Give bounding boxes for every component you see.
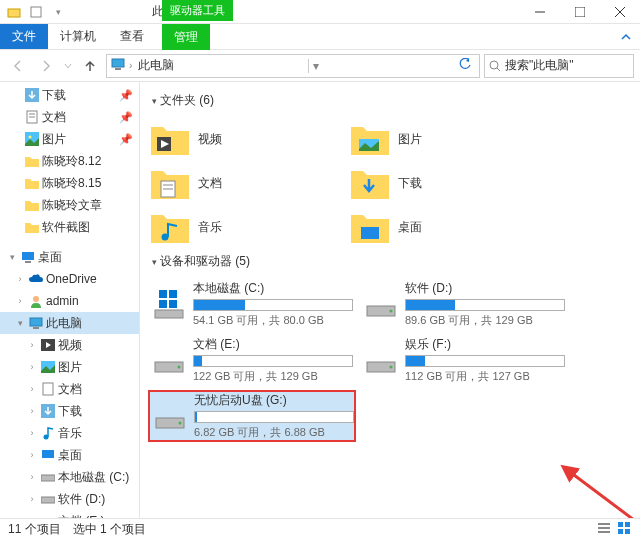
folder-item-music[interactable]: 音乐 [148, 205, 348, 249]
tab-manage[interactable]: 管理 [162, 24, 210, 50]
drive-item-e[interactable]: 文档 (E:)122 GB 可用，共 129 GB [148, 334, 356, 386]
svg-rect-54 [598, 527, 610, 529]
annotation-arrow [560, 462, 640, 518]
svg-rect-16 [22, 252, 34, 260]
sidebar-item-videos[interactable]: ›视频 [0, 334, 139, 356]
chevron-right-icon[interactable]: › [26, 340, 38, 350]
folder-icon [24, 197, 40, 213]
folder-item-videos[interactable]: 视频 [148, 117, 348, 161]
address-dropdown[interactable]: ▾ [308, 59, 323, 73]
sidebar-item-drive-d[interactable]: ›软件 (D:) [0, 488, 139, 510]
properties-icon[interactable] [28, 4, 44, 20]
chevron-down-icon[interactable]: ▾ [6, 252, 18, 262]
group-header-drives[interactable]: ▾设备和驱动器 (5) [148, 253, 632, 270]
sidebar-item-onedrive[interactable]: ›OneDrive [0, 268, 139, 290]
ribbon-collapse-button[interactable] [612, 24, 640, 49]
recent-dropdown[interactable] [62, 54, 74, 78]
chevron-right-icon[interactable]: › [26, 428, 38, 438]
folder-item-documents[interactable]: 文档 [148, 161, 348, 205]
download-icon [24, 87, 40, 103]
refresh-button[interactable] [455, 58, 475, 73]
folder-item-pictures[interactable]: 图片 [348, 117, 548, 161]
picture-icon [24, 131, 40, 147]
sidebar-item-desktop[interactable]: ›桌面 [0, 444, 139, 466]
group-header-folders[interactable]: ▾文件夹 (6) [148, 92, 632, 109]
sidebar-item-folder[interactable]: 软件截图 [0, 216, 139, 238]
chevron-right-icon[interactable]: › [26, 450, 38, 460]
svg-line-9 [497, 68, 500, 71]
breadcrumb-segment[interactable]: 此电脑 [136, 57, 176, 74]
sidebar-item-desktop-root[interactable]: ▾桌面 [0, 246, 139, 268]
sidebar-item-downloads[interactable]: 下载📌 [0, 84, 139, 106]
chevron-down-icon: ▾ [148, 257, 160, 267]
search-box[interactable]: 搜索"此电脑" [484, 54, 634, 78]
svg-rect-20 [33, 327, 39, 329]
usb-icon [154, 400, 186, 432]
drive-item-g[interactable]: 无忧启动U盘 (G:)6.82 GB 可用，共 6.88 GB [148, 390, 356, 442]
svg-rect-59 [625, 529, 630, 534]
user-icon [28, 293, 44, 309]
quick-access-toolbar: ▾ [0, 4, 66, 20]
svg-rect-0 [8, 9, 20, 17]
forward-button[interactable] [34, 54, 58, 78]
sidebar-item-documents[interactable]: ›文档 [0, 378, 139, 400]
svg-rect-1 [31, 7, 41, 17]
qat-dropdown-icon[interactable]: ▾ [50, 4, 66, 20]
sidebar-item-documents[interactable]: 文档📌 [0, 106, 139, 128]
chevron-right-icon[interactable]: › [26, 384, 38, 394]
sidebar-item-pictures[interactable]: ›图片 [0, 356, 139, 378]
back-button[interactable] [6, 54, 30, 78]
chevron-right-icon[interactable]: › [26, 472, 38, 482]
maximize-button[interactable] [560, 0, 600, 24]
search-icon [489, 60, 501, 72]
details-view-button[interactable] [596, 520, 612, 539]
chevron-right-icon[interactable]: › [26, 362, 38, 372]
svg-rect-42 [169, 300, 177, 308]
sidebar-item-thispc[interactable]: ▾此电脑 [0, 312, 139, 334]
sidebar-item-downloads[interactable]: ›下载 [0, 400, 139, 422]
tab-view[interactable]: 查看 [108, 24, 156, 49]
folder-item-desktop[interactable]: 桌面 [348, 205, 548, 249]
chevron-right-icon[interactable]: › [129, 60, 132, 71]
drive-item-f[interactable]: 娱乐 (F:)112 GB 可用，共 127 GB [360, 334, 568, 386]
minimize-button[interactable] [520, 0, 560, 24]
svg-rect-27 [41, 475, 55, 481]
sidebar-item-drive-c[interactable]: ›本地磁盘 (C:) [0, 466, 139, 488]
document-icon [24, 109, 40, 125]
usage-bar [405, 355, 565, 367]
sidebar-item-folder[interactable]: 陈晓玲8.12 [0, 150, 139, 172]
sidebar-item-pictures[interactable]: 图片📌 [0, 128, 139, 150]
address-bar[interactable]: › 此电脑 ▾ [106, 54, 480, 78]
chevron-right-icon[interactable]: › [14, 274, 26, 284]
video-icon [150, 121, 190, 157]
drive-icon [40, 513, 56, 518]
sidebar-item-folder[interactable]: 陈晓玲文章 [0, 194, 139, 216]
picture-icon [40, 359, 56, 375]
drive-item-c[interactable]: 本地磁盘 (C:)54.1 GB 可用，共 80.0 GB [148, 278, 356, 330]
chevron-right-icon[interactable]: › [26, 516, 38, 518]
folder-icon [24, 219, 40, 235]
chevron-right-icon[interactable]: › [26, 494, 38, 504]
sidebar-item-music[interactable]: ›音乐 [0, 422, 139, 444]
drive-item-d[interactable]: 软件 (D:)89.6 GB 可用，共 129 GB [360, 278, 568, 330]
svg-point-49 [390, 366, 393, 369]
svg-point-45 [390, 310, 393, 313]
svg-point-15 [29, 136, 32, 139]
tab-computer[interactable]: 计算机 [48, 24, 108, 49]
up-button[interactable] [78, 54, 102, 78]
usage-bar [194, 411, 354, 423]
sidebar-item-folder[interactable]: 陈晓玲8.15 [0, 172, 139, 194]
sidebar-item-admin[interactable]: ›admin [0, 290, 139, 312]
chevron-right-icon[interactable]: › [26, 406, 38, 416]
svg-rect-28 [41, 497, 55, 503]
status-bar: 11 个项目 选中 1 个项目 [0, 518, 640, 539]
tab-file[interactable]: 文件 [0, 24, 48, 49]
picture-icon [350, 121, 390, 157]
chevron-down-icon[interactable]: ▾ [14, 318, 26, 328]
folder-item-downloads[interactable]: 下载 [348, 161, 548, 205]
sidebar-item-drive-e[interactable]: ›文档 (E:) [0, 510, 139, 518]
close-button[interactable] [600, 0, 640, 24]
tiles-view-button[interactable] [616, 520, 632, 539]
pc-icon [111, 57, 125, 74]
chevron-right-icon[interactable]: › [14, 296, 26, 306]
